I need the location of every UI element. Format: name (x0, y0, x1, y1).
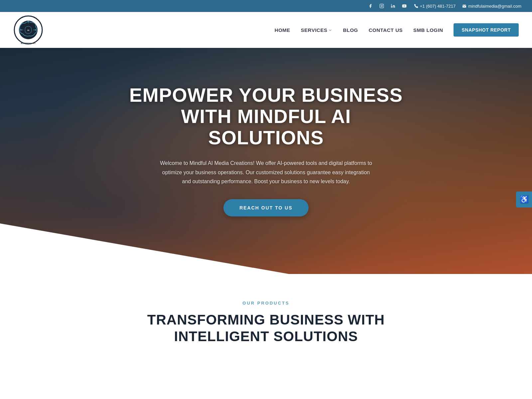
youtube-link[interactable] (401, 2, 408, 10)
hero-cta-button[interactable]: REACH OUT TO US (223, 199, 309, 216)
hero-content: EMPOWER YOUR BUSINESS WITH MINDFUL AI SO… (116, 48, 416, 236)
facebook-link[interactable] (367, 2, 374, 10)
svg-point-4 (391, 4, 392, 5)
svg-point-12 (35, 29, 36, 31)
products-label: OUR PRODUCTS (13, 301, 519, 306)
svg-point-11 (20, 29, 22, 31)
svg-point-13 (28, 21, 29, 22)
nav-home[interactable]: HOME (275, 27, 290, 33)
instagram-link[interactable] (378, 2, 385, 10)
chevron-down-icon (328, 28, 332, 32)
header: AI MINDFUL AI HOME SERVICES BLOG CONTACT… (0, 12, 532, 48)
email-info: mindfulaimedia@gmail.com (462, 4, 521, 9)
accessibility-button[interactable]: ♿ (516, 192, 532, 207)
svg-text:MINDFUL AI: MINDFUL AI (21, 42, 36, 44)
main-nav: HOME SERVICES BLOG CONTACT US SMB LOGIN … (275, 23, 519, 37)
hero-section: EMPOWER YOUR BUSINESS WITH MINDFUL AI SO… (0, 48, 532, 274)
email-icon (462, 4, 466, 8)
products-title: TRANSFORMING BUSINESS WITH INTELLIGENT S… (13, 312, 519, 345)
svg-rect-0 (380, 4, 384, 8)
logo-svg: AI MINDFUL AI (13, 15, 43, 45)
accessibility-icon: ♿ (520, 195, 529, 204)
svg-point-1 (381, 5, 382, 7)
linkedin-link[interactable] (389, 2, 397, 10)
instagram-icon (378, 2, 385, 10)
svg-rect-3 (391, 5, 392, 8)
social-links (367, 2, 408, 10)
logo-icon: AI MINDFUL AI (13, 15, 43, 45)
svg-text:AI: AI (27, 29, 29, 31)
svg-point-2 (382, 5, 383, 5)
contact-info: +1 (607) 481-7217 mindfulaimedia@gmail.c… (414, 4, 521, 9)
nav-blog[interactable]: BLOG (343, 27, 358, 33)
logo[interactable]: AI MINDFUL AI (13, 15, 43, 45)
nav-services[interactable]: SERVICES (301, 27, 332, 33)
linkedin-icon (389, 2, 397, 10)
nav-contact[interactable]: CONTACT US (369, 27, 403, 33)
phone-icon (414, 4, 418, 8)
hero-subtitle: Welcome to Mindful AI Media Creations! W… (160, 159, 372, 186)
phone-info: +1 (607) 481-7217 (414, 4, 456, 9)
top-bar: +1 (607) 481-7217 mindfulaimedia@gmail.c… (0, 0, 532, 12)
youtube-icon (401, 2, 408, 10)
facebook-icon (367, 2, 374, 10)
hero-title: EMPOWER YOUR BUSINESS WITH MINDFUL AI SO… (123, 84, 409, 148)
nav-smb-login[interactable]: SMB LOGIN (413, 27, 443, 33)
products-section: OUR PRODUCTS TRANSFORMING BUSINESS WITH … (0, 274, 532, 365)
snapshot-report-button[interactable]: SNAPSHOT REPORT (454, 23, 519, 37)
